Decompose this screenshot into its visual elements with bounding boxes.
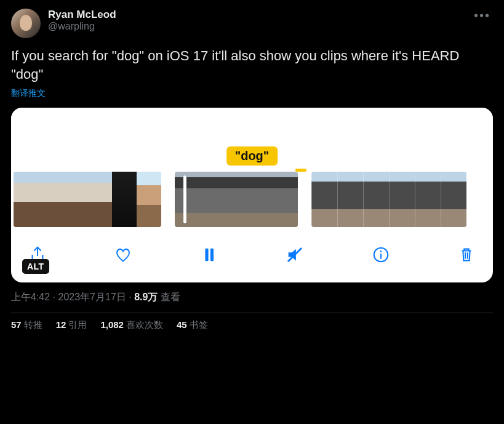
pause-icon[interactable] (200, 246, 218, 266)
translate-link[interactable]: 翻译推文 (11, 88, 493, 99)
mute-icon[interactable] (286, 246, 304, 266)
clip-group[interactable] (175, 172, 298, 227)
avatar[interactable] (11, 9, 41, 38)
tweet-date[interactable]: 2023年7月17日 (58, 292, 126, 302)
media-caption-pill: "dog" (226, 146, 278, 166)
tweet-meta: 上午4:42 · 2023年7月17日 · 8.9万 查看 (11, 291, 493, 304)
media-preview-area: "dog" (11, 108, 493, 172)
views-label: 查看 (161, 292, 180, 302)
stat-retweets[interactable]: 57转推 (11, 319, 42, 331)
author-block[interactable]: Ryan McLeod @warpling (48, 9, 464, 32)
tweet-header: Ryan McLeod @warpling ••• (11, 9, 493, 38)
heart-icon[interactable] (114, 246, 132, 266)
media-attachment[interactable]: "dog" (11, 108, 493, 282)
author-handle: @warpling (48, 21, 464, 32)
info-icon[interactable] (372, 246, 390, 266)
stat-likes[interactable]: 1,082喜欢次数 (100, 319, 163, 331)
media-toolbar (11, 232, 493, 282)
svg-rect-0 (205, 249, 208, 262)
clip-group[interactable] (311, 172, 466, 227)
tweet-time[interactable]: 上午4:42 (11, 292, 50, 302)
clip-group[interactable] (14, 172, 161, 227)
divider (11, 313, 493, 313)
trash-icon[interactable] (457, 246, 476, 266)
stat-quotes[interactable]: 12引用 (56, 319, 87, 331)
author-display-name: Ryan McLeod (48, 9, 464, 21)
views-count: 8.9万 (134, 292, 158, 302)
timeline-marker (295, 169, 306, 172)
video-timeline[interactable] (11, 172, 493, 232)
svg-rect-1 (210, 249, 214, 262)
tweet-text: If you search for "dog" on iOS 17 it'll … (11, 47, 493, 83)
alt-badge[interactable]: ALT (22, 259, 49, 274)
stat-bookmarks[interactable]: 45书签 (177, 319, 208, 331)
tweet-container: Ryan McLeod @warpling ••• If you search … (0, 0, 504, 337)
tweet-stats: 57转推 12引用 1,082喜欢次数 45书签 (11, 319, 493, 331)
svg-point-4 (380, 250, 382, 252)
more-icon[interactable]: ••• (471, 9, 493, 23)
